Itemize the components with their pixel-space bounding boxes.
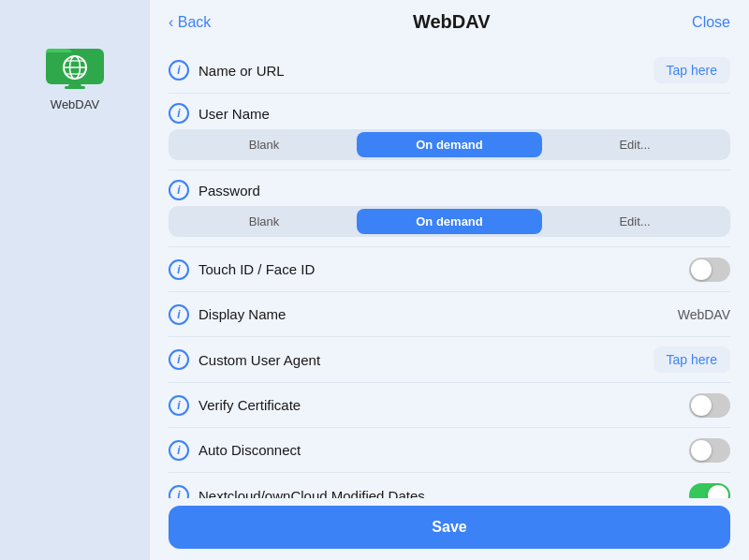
row-name-or-url: i Name or URL Tap here xyxy=(169,48,730,94)
value-display-name: WebDAV xyxy=(678,307,730,322)
save-button[interactable]: Save xyxy=(169,506,730,549)
info-icon-display-name[interactable]: i xyxy=(169,304,189,325)
info-icon-auto-disconnect[interactable]: i xyxy=(169,440,189,461)
back-button[interactable]: ‹ Back xyxy=(169,14,211,31)
row-display-name: i Display Name WebDAV xyxy=(169,292,730,337)
info-icon-user-name[interactable]: i xyxy=(169,103,189,124)
toggle-knob-auto-disconnect xyxy=(691,440,712,461)
main-panel: ‹ Back WebDAV Close i Name or URL Tap he… xyxy=(150,0,749,560)
info-icon-name-or-url[interactable]: i xyxy=(169,60,189,81)
label-name-or-url: Name or URL xyxy=(198,63,654,79)
seg-username-edit[interactable]: Edit... xyxy=(542,132,727,157)
label-touch-id: Touch ID / Face ID xyxy=(198,261,689,277)
settings-scroll-area: i Name or URL Tap here i User Name Blank… xyxy=(150,40,749,498)
label-verify-cert: Verify Certificate xyxy=(198,397,689,413)
tap-custom-agent[interactable]: Tap here xyxy=(654,346,730,373)
row-password: i Password Blank On demand Edit... xyxy=(169,170,730,247)
label-user-name: User Name xyxy=(198,106,730,122)
seg-password-ondemand[interactable]: On demand xyxy=(357,209,542,234)
info-icon-nextcloud[interactable]: i xyxy=(169,485,189,498)
toggle-auto-disconnect[interactable] xyxy=(689,438,730,463)
save-area: Save xyxy=(150,498,749,560)
label-display-name: Display Name xyxy=(198,306,678,322)
info-icon-touch-id[interactable]: i xyxy=(169,259,189,280)
row-user-name: i User Name Blank On demand Edit... xyxy=(169,94,730,170)
toggle-knob-touch-id xyxy=(691,259,712,280)
sidebar: WebDAV xyxy=(0,0,150,560)
segment-password: Blank On demand Edit... xyxy=(169,206,730,237)
header: ‹ Back WebDAV Close xyxy=(150,0,749,40)
row-touch-id: i Touch ID / Face ID xyxy=(169,247,730,292)
label-custom-agent: Custom User Agent xyxy=(198,352,654,368)
toggle-knob-nextcloud xyxy=(708,485,728,498)
toggle-nextcloud[interactable] xyxy=(689,483,730,498)
info-icon-verify-cert[interactable]: i xyxy=(169,395,189,416)
svg-rect-7 xyxy=(65,86,85,89)
info-icon-custom-agent[interactable]: i xyxy=(169,349,189,370)
sidebar-label: WebDAV xyxy=(51,97,99,111)
seg-username-ondemand[interactable]: On demand xyxy=(357,132,542,157)
close-button[interactable]: Close xyxy=(692,14,730,31)
segment-user-name: Blank On demand Edit... xyxy=(169,129,730,160)
seg-password-blank[interactable]: Blank xyxy=(171,209,357,234)
label-auto-disconnect: Auto Disconnect xyxy=(198,442,689,458)
page-title: WebDAV xyxy=(413,11,491,33)
seg-username-blank[interactable]: Blank xyxy=(171,132,357,157)
toggle-verify-cert[interactable] xyxy=(689,393,730,418)
row-auto-disconnect: i Auto Disconnect xyxy=(169,428,730,473)
info-icon-password[interactable]: i xyxy=(169,180,189,200)
toggle-touch-id[interactable] xyxy=(689,258,730,282)
row-nextcloud-dates: i Nextcloud/ownCloud Modified Dates xyxy=(169,473,730,498)
row-custom-user-agent: i Custom User Agent Tap here xyxy=(169,337,730,383)
label-nextcloud: Nextcloud/ownCloud Modified Dates xyxy=(198,488,689,499)
tap-name-or-url[interactable]: Tap here xyxy=(654,57,730,83)
row-verify-cert: i Verify Certificate xyxy=(169,383,730,428)
toggle-knob-verify-cert xyxy=(691,395,712,416)
label-password: Password xyxy=(198,183,730,199)
seg-password-edit[interactable]: Edit... xyxy=(542,209,727,234)
webdav-folder-icon xyxy=(42,28,108,97)
